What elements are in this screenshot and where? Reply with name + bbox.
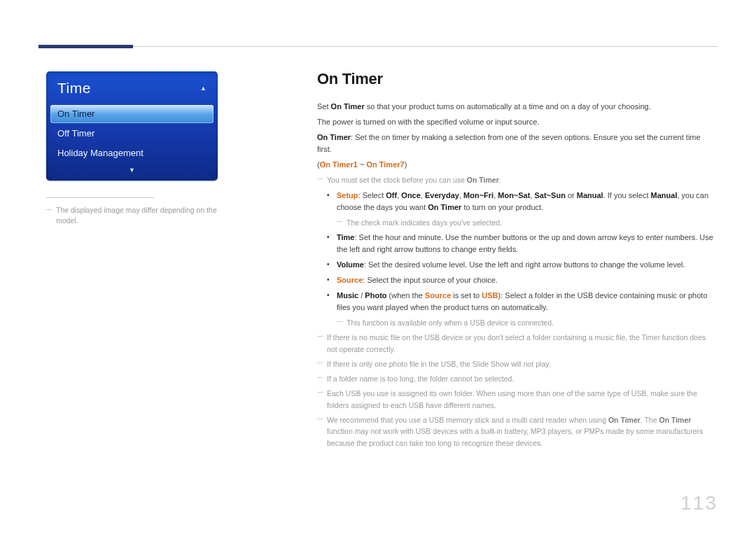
recommendation-note: We recommend that you use a USB memory s… — [317, 414, 716, 449]
header-rule-accent — [38, 45, 133, 48]
usb-only-note: This function is available only when a U… — [337, 317, 716, 328]
bold-on-timer: On Timer — [331, 102, 365, 111]
osd-menu-panel: Time ▲ On Timer Off Timer Holiday Manage… — [46, 71, 218, 181]
menu-item-on-timer[interactable]: On Timer — [50, 105, 214, 123]
option-list: Setup: Select Off, Once, Everyday, Mon~F… — [317, 190, 716, 213]
menu-item-label: Holiday Management — [57, 148, 144, 158]
sidebar: Time ▲ On Timer Off Timer Holiday Manage… — [46, 71, 218, 225]
timer-range: (On Timer1 ~ On Timer7) — [317, 159, 716, 171]
sidebar-separator — [46, 197, 155, 198]
menu-item-off-timer[interactable]: Off Timer — [50, 125, 214, 143]
scroll-down-icon[interactable]: ▼ — [50, 167, 214, 174]
bold-on-timer: On Timer — [317, 133, 351, 141]
menu-item-label: On Timer — [57, 108, 94, 119]
section-title: On Timer — [317, 70, 716, 88]
timer-range-end: On Timer7 — [366, 160, 404, 169]
option-setup: Setup: Select Off, Once, Everyday, Mon~F… — [337, 190, 716, 213]
note-2: If there is only one photo file in the U… — [317, 358, 716, 370]
note-1: If there is no music file on the USB dev… — [317, 332, 716, 355]
osd-menu-header: Time ▲ — [50, 76, 214, 104]
osd-menu-title: Time — [57, 80, 91, 97]
intro-line-1: Set On Timer so that your product turns … — [317, 101, 716, 113]
timer-range-start: On Timer1 — [320, 160, 358, 169]
clock-prereq-note: You must set the clock before you can us… — [317, 174, 716, 185]
option-source: Source: Select the input source of your … — [337, 274, 716, 286]
scroll-up-icon[interactable]: ▲ — [200, 85, 206, 92]
option-music-photo: Music / Photo (when the Source is set to… — [337, 290, 716, 314]
model-disclaimer: The displayed image may differ depending… — [46, 205, 218, 225]
checkmark-note: The check mark indicates days you've sel… — [337, 217, 716, 228]
menu-item-label: Off Timer — [57, 128, 94, 139]
note-3: If a folder name is too long, the folder… — [317, 373, 716, 384]
model-disclaimer-text: The displayed image may differ depending… — [56, 206, 217, 225]
manual-page: Time ▲ On Timer Off Timer Holiday Manage… — [0, 0, 756, 534]
content-area: On Timer Set On Timer so that your produ… — [317, 70, 716, 452]
on-timer-definition: On Timer: Set the on timer by making a s… — [317, 132, 716, 155]
option-list-2: Time: Set the hour and minute. Use the n… — [317, 232, 716, 314]
note-4: Each USB you use is assigned its own fol… — [317, 388, 716, 411]
option-time: Time: Set the hour and minute. Use the n… — [337, 232, 716, 255]
header-rule — [38, 46, 718, 47]
menu-item-holiday-management[interactable]: Holiday Management — [50, 144, 214, 162]
body-text: Set On Timer so that your product turns … — [317, 101, 716, 449]
page-number: 113 — [680, 492, 718, 514]
intro-line-2: The power is turned on with the specifie… — [317, 116, 716, 128]
option-volume: Volume: Set the desired volume level. Us… — [337, 259, 716, 271]
